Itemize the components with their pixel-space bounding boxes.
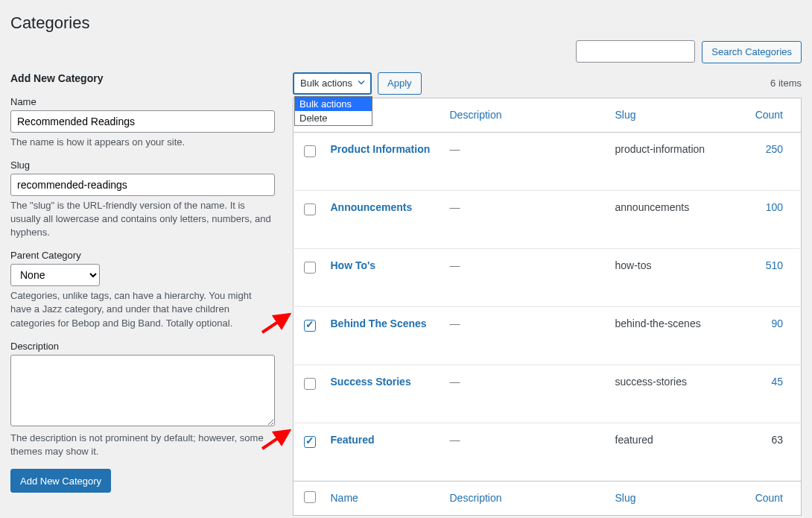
- add-category-button[interactable]: Add New Category: [10, 469, 111, 493]
- category-description: —: [450, 201, 460, 213]
- name-label: Name: [10, 96, 275, 107]
- category-name-link[interactable]: How To's: [331, 259, 376, 271]
- table-row: Behind The Scenes—behind-the-scenes90: [294, 306, 802, 364]
- category-slug: how-tos: [608, 248, 742, 306]
- col-count[interactable]: Count: [742, 98, 802, 132]
- category-count: 63: [771, 434, 783, 446]
- category-name-link[interactable]: Announcements: [331, 201, 413, 213]
- category-count[interactable]: 510: [766, 259, 783, 271]
- category-description: —: [450, 318, 460, 329]
- category-slug: behind-the-scenes: [608, 306, 742, 364]
- apply-button-top[interactable]: Apply: [378, 72, 422, 95]
- chevron-down-icon: [357, 78, 366, 89]
- category-name-link[interactable]: Featured: [331, 434, 375, 446]
- select-all-bottom[interactable]: [304, 491, 316, 503]
- category-name-link[interactable]: Product Information: [331, 143, 431, 155]
- category-name-link[interactable]: Behind The Scenes: [331, 318, 427, 329]
- category-count[interactable]: 250: [766, 143, 783, 155]
- parent-help: Categories, unlike tags, can have a hier…: [10, 289, 275, 330]
- description-field[interactable]: [10, 355, 275, 426]
- page-title: Categories: [10, 13, 802, 33]
- bulk-option-bulk-actions[interactable]: Bulk actions: [295, 97, 372, 111]
- col-slug[interactable]: Slug: [608, 98, 742, 132]
- row-checkbox[interactable]: [304, 262, 316, 274]
- row-checkbox[interactable]: [304, 203, 316, 215]
- col-name-foot[interactable]: Name: [323, 481, 443, 515]
- category-slug: success-stories: [608, 364, 742, 423]
- bulk-option-delete[interactable]: Delete: [295, 111, 372, 125]
- col-slug-foot[interactable]: Slug: [608, 481, 742, 515]
- category-name-link[interactable]: Success Stories: [331, 376, 411, 388]
- category-count[interactable]: 45: [771, 376, 783, 388]
- search-input[interactable]: [576, 40, 695, 63]
- table-row: Featured—featured63: [294, 423, 802, 481]
- row-checkbox[interactable]: [304, 145, 316, 157]
- slug-help: The "slug" is the URL-friendly version o…: [10, 199, 275, 240]
- form-heading: Add New Category: [10, 72, 275, 84]
- bulk-actions-selected-label: Bulk actions: [300, 78, 352, 89]
- description-label: Description: [10, 341, 275, 352]
- parent-select[interactable]: None: [10, 264, 100, 286]
- slug-field[interactable]: [10, 174, 275, 196]
- col-description-foot[interactable]: Description: [443, 481, 608, 515]
- row-checkbox[interactable]: [304, 436, 316, 448]
- category-description: —: [450, 143, 460, 155]
- name-field[interactable]: [10, 110, 275, 133]
- table-row: Success Stories—success-stories45: [294, 364, 802, 423]
- category-count[interactable]: 100: [766, 201, 783, 213]
- search-button[interactable]: Search Categories: [702, 41, 802, 63]
- col-description[interactable]: Description: [443, 98, 608, 132]
- col-count-foot[interactable]: Count: [742, 481, 802, 515]
- category-count[interactable]: 90: [771, 318, 783, 329]
- bulk-actions-dropdown: Bulk actions Delete: [294, 96, 372, 126]
- table-row: How To's—how-tos510: [294, 248, 802, 306]
- category-description: —: [450, 259, 460, 271]
- bulk-actions-select-top[interactable]: Bulk actions Bulk actions Delete: [293, 72, 372, 95]
- description-help: The description is not prominent by defa…: [10, 432, 275, 458]
- category-slug: announcements: [608, 190, 742, 248]
- row-checkbox[interactable]: [304, 320, 316, 332]
- row-checkbox[interactable]: [304, 378, 316, 390]
- category-slug: featured: [608, 423, 742, 481]
- slug-label: Slug: [10, 159, 275, 171]
- table-row: Product Information—product-information2…: [294, 132, 802, 190]
- table-row: Announcements—announcements100: [294, 190, 802, 248]
- category-description: —: [450, 434, 460, 446]
- parent-label: Parent Category: [10, 250, 275, 261]
- category-slug: product-information: [608, 132, 742, 190]
- category-description: —: [450, 376, 460, 388]
- items-count-top: 6 items: [770, 78, 802, 89]
- name-help: The name is how it appears on your site.: [10, 136, 275, 149]
